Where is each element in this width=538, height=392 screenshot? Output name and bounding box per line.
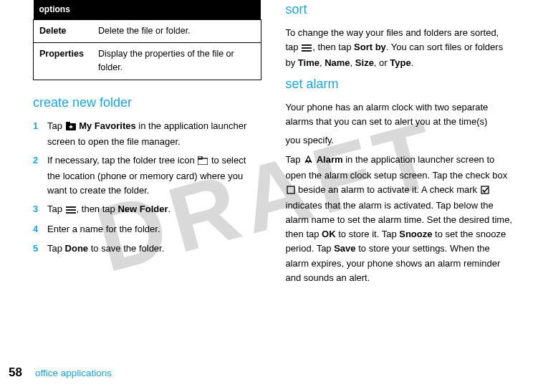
heading-create-folder: create new folder bbox=[33, 93, 261, 113]
step-body: Enter a name for the folder. bbox=[47, 222, 261, 236]
table-row: Delete Delete the file or folder. bbox=[34, 19, 261, 42]
step-2: 2 If necessary, tap the folder tree icon… bbox=[33, 153, 261, 198]
table-row: Properties Display the properties of the… bbox=[34, 42, 261, 80]
page-number: 58 bbox=[9, 363, 22, 382]
heading-sort: sort bbox=[286, 0, 514, 20]
step-body: Tap , then tap New Folder. bbox=[47, 202, 261, 218]
step-number: 1 bbox=[33, 119, 47, 149]
favorites-folder-icon bbox=[66, 120, 76, 135]
svg-rect-11 bbox=[287, 186, 294, 193]
option-desc: Display the properties of the file or fo… bbox=[92, 42, 261, 80]
page-footer: 58 office applications bbox=[9, 363, 112, 382]
step-1: 1 Tap My Favorites in the application la… bbox=[33, 119, 261, 149]
alarm-intro-2: you specify. bbox=[286, 133, 514, 148]
step-body: Tap My Favorites in the application laun… bbox=[47, 119, 261, 149]
step-body: If necessary, tap the folder tree icon t… bbox=[47, 153, 261, 198]
folder-tree-icon bbox=[198, 155, 208, 169]
step-number: 5 bbox=[33, 242, 47, 256]
step-5: 5 Tap Done to save the folder. bbox=[33, 242, 261, 256]
left-column: options Delete Delete the file or folder… bbox=[33, 0, 261, 290]
menu-icon bbox=[66, 204, 76, 218]
page-columns: options Delete Delete the file or folder… bbox=[0, 0, 538, 290]
svg-rect-4 bbox=[198, 156, 202, 159]
step-body: Tap Done to save the folder. bbox=[47, 242, 261, 256]
step-number: 4 bbox=[33, 222, 47, 236]
options-header: options bbox=[34, 0, 261, 19]
alarm-paragraph: Tap Alarm in the application launcher sc… bbox=[286, 153, 514, 285]
alarm-intro: Your phone has an alarm clock with two s… bbox=[286, 100, 514, 129]
heading-set-alarm: set alarm bbox=[286, 75, 514, 95]
option-label: Delete bbox=[34, 19, 93, 42]
menu-icon bbox=[302, 42, 312, 56]
svg-rect-12 bbox=[481, 186, 489, 193]
option-desc: Delete the file or folder. bbox=[92, 19, 261, 42]
checkbox-checked-icon bbox=[481, 184, 489, 199]
section-label: office applications bbox=[35, 366, 112, 381]
alarm-icon bbox=[304, 154, 313, 168]
checkbox-empty-icon bbox=[287, 184, 295, 199]
sort-paragraph: To change the way your files and folders… bbox=[286, 26, 514, 70]
right-column: sort To change the way your files and fo… bbox=[286, 0, 514, 290]
options-table: options Delete Delete the file or folder… bbox=[33, 0, 261, 80]
step-3: 3 Tap , then tap New Folder. bbox=[33, 202, 261, 218]
step-4: 4 Enter a name for the folder. bbox=[33, 222, 261, 236]
step-number: 2 bbox=[33, 153, 47, 198]
option-label: Properties bbox=[34, 42, 93, 80]
svg-rect-1 bbox=[66, 122, 70, 125]
step-number: 3 bbox=[33, 202, 47, 218]
